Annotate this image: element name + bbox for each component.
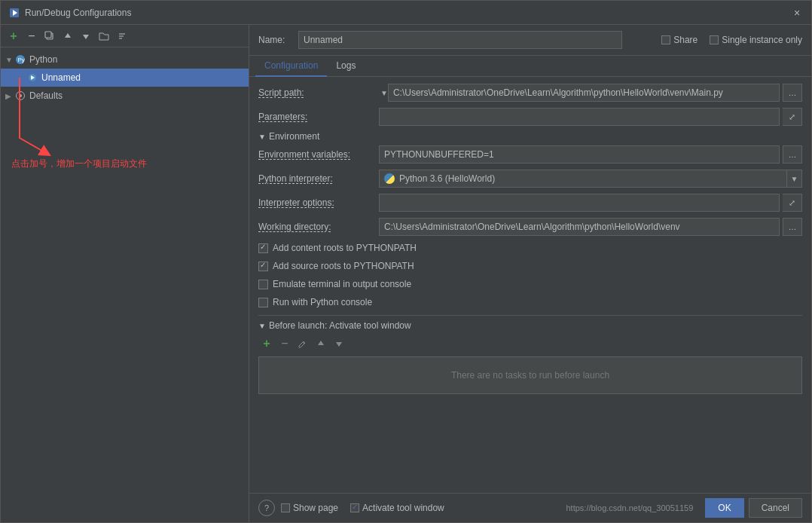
svg-marker-16 [318, 341, 324, 345]
single-instance-checkbox[interactable] [710, 35, 719, 44]
bl-down-btn[interactable] [331, 335, 347, 352]
share-checkbox[interactable] [661, 35, 670, 44]
defaults-group[interactable]: ▶ Defaults [1, 87, 249, 105]
bl-edit-btn[interactable] [295, 335, 311, 352]
show-page-label[interactable]: Show page [281, 503, 338, 513]
python-arrow: ▼ [5, 56, 14, 64]
python-interpreter-select[interactable]: Python 3.6 (HelloWorld) [379, 170, 787, 188]
activate-tool-checkbox[interactable] [350, 503, 359, 512]
cancel-button[interactable]: Cancel [749, 498, 802, 518]
interpreter-options-label: Interpreter options: [258, 197, 379, 208]
before-launch-section: ▼ Before launch: Activate tool window + … [258, 315, 802, 394]
script-path-row: Script path: ▼ … [258, 83, 802, 102]
env-vars-label: Environment variables: [258, 149, 379, 160]
before-launch-header[interactable]: ▼ Before launch: Activate tool window [258, 320, 802, 331]
bl-up-btn[interactable] [313, 335, 329, 352]
add-source-roots-label[interactable]: Add source roots to PYTHONPATH [273, 261, 414, 271]
parameters-input[interactable] [379, 108, 780, 126]
interpreter-options-wrap: ⤢ [379, 194, 802, 212]
config-content: Script path: ▼ … Parameters: ⤢ [249, 77, 811, 493]
run-console-row: Run with Python console [258, 295, 802, 309]
script-path-label: Script path: [258, 87, 379, 98]
config-tree[interactable]: ▼ Py Python [1, 47, 249, 522]
working-dir-row: Working directory: … [258, 217, 802, 237]
python-group-label: Python [29, 54, 57, 65]
bl-add-btn[interactable]: + [258, 335, 275, 352]
unnamed-label: Unnamed [41, 72, 81, 83]
move-down-button[interactable] [78, 28, 94, 44]
emulate-terminal-label[interactable]: Emulate terminal in output console [273, 279, 411, 289]
tabs-bar: Configuration Logs [249, 56, 811, 77]
annotation-text: 点击加号，增加一个项目启动文件 [11, 157, 147, 170]
interpreter-options-input[interactable] [379, 194, 780, 212]
python-interpreter-dropdown[interactable]: ▼ [787, 170, 802, 188]
env-vars-input[interactable] [379, 145, 780, 164]
move-up-button[interactable] [60, 28, 76, 44]
name-label: Name: [258, 35, 292, 45]
env-vars-row: Environment variables: … [258, 145, 802, 164]
script-path-dropdown-icon[interactable]: ▼ [380, 89, 388, 97]
single-instance-label[interactable]: Single instance only [710, 35, 802, 45]
run-console-label[interactable]: Run with Python console [273, 297, 372, 307]
show-page-checkbox[interactable] [281, 503, 290, 512]
main-content: + − [1, 25, 811, 522]
defaults-arrow: ▶ [5, 92, 14, 100]
tab-configuration[interactable]: Configuration [255, 56, 327, 77]
add-button[interactable]: + [5, 28, 22, 44]
watermark: https://blog.csdn.net/qq_30051159 [566, 503, 693, 512]
script-path-browse-btn[interactable]: … [783, 84, 802, 102]
bottom-bar: ? Show page Activate tool window https:/… [249, 493, 811, 522]
run-console-checkbox[interactable] [258, 298, 268, 307]
working-dir-browse[interactable]: … [783, 218, 802, 236]
add-content-roots-checkbox[interactable] [258, 243, 268, 253]
environment-label: Environment [269, 131, 319, 142]
script-path-input[interactable] [388, 84, 780, 102]
before-launch-arrow: ▼ [258, 322, 266, 330]
python-group-icon: Py [14, 54, 26, 66]
working-dir-input[interactable] [379, 218, 780, 236]
interpreter-options-row: Interpreter options: ⤢ [258, 193, 802, 213]
emulate-terminal-checkbox[interactable] [258, 280, 268, 289]
copy-button[interactable] [41, 28, 58, 44]
working-dir-wrap: … [379, 218, 802, 236]
right-panel: Name: Share Single instance only Configu… [249, 25, 811, 522]
env-vars-input-wrap: … [379, 145, 802, 164]
svg-marker-4 [65, 33, 71, 38]
python-interpreter-label: Python interpreter: [258, 173, 379, 184]
svg-marker-17 [336, 342, 342, 347]
python-group[interactable]: ▼ Py Python [1, 50, 249, 69]
svg-point-14 [19, 94, 22, 97]
ok-button[interactable]: OK [705, 498, 743, 518]
interpreter-options-expand[interactable]: ⤢ [783, 194, 802, 212]
parameters-expand-btn[interactable]: ⤢ [783, 108, 802, 126]
dialog-title: Run/Debug Configurations [25, 8, 790, 18]
share-checkbox-label[interactable]: Share [661, 35, 698, 45]
environment-section[interactable]: ▼ Environment [258, 131, 802, 142]
left-panel: + − [1, 25, 249, 522]
close-button[interactable]: × [790, 6, 804, 20]
python-interpreter-value: Python 3.6 (HelloWorld) [399, 173, 495, 184]
name-row: Name: Share Single instance only [249, 25, 811, 56]
add-content-roots-label[interactable]: Add content roots to PYTHONPATH [273, 243, 417, 253]
emulate-terminal-row: Emulate terminal in output console [258, 277, 802, 291]
no-tasks-text: There are no tasks to run before launch [451, 370, 609, 381]
parameters-label: Parameters: [258, 112, 379, 122]
add-source-roots-checkbox[interactable] [258, 262, 268, 271]
tab-logs[interactable]: Logs [327, 56, 365, 77]
env-vars-browse-btn[interactable]: … [783, 145, 802, 164]
help-button[interactable]: ? [258, 500, 275, 516]
activate-tool-label[interactable]: Activate tool window [350, 503, 444, 513]
python-config-icon [26, 72, 38, 84]
folder-button[interactable] [96, 28, 112, 44]
name-input[interactable] [298, 31, 622, 49]
python-interpreter-row: Python interpreter: Python 3.6 (HelloWor… [258, 169, 802, 188]
unnamed-config[interactable]: Unnamed [1, 69, 249, 87]
svg-marker-5 [83, 35, 89, 39]
interpreter-dropdown-arrow: ▼ [791, 175, 798, 183]
python-interpreter-wrap: Python 3.6 (HelloWorld) ▼ [379, 170, 802, 188]
remove-button[interactable]: − [23, 28, 40, 44]
defaults-icon [14, 90, 26, 102]
sort-button[interactable] [114, 28, 130, 44]
environment-arrow: ▼ [258, 133, 266, 141]
bl-remove-btn[interactable]: − [276, 335, 293, 352]
